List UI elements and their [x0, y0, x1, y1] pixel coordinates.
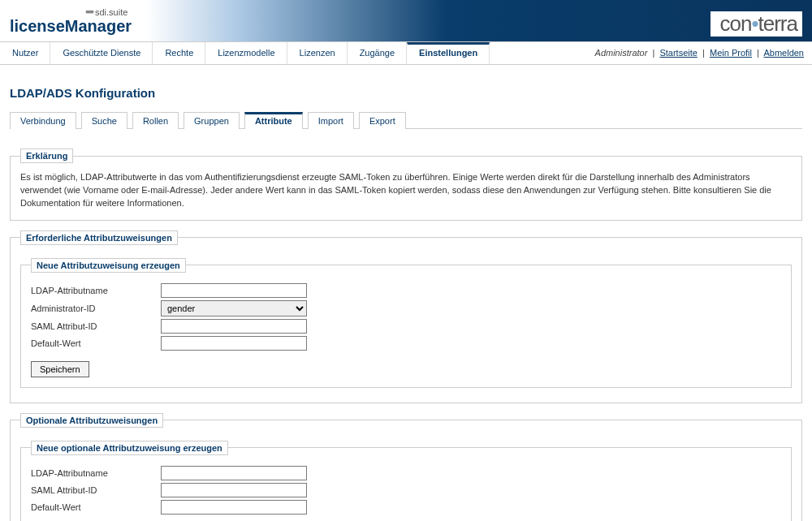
tab-label: Lizenzmodelle [218, 48, 274, 58]
label-ldap-opt: LDAP-Attributname [31, 468, 161, 478]
subtab-label: Gruppen [194, 116, 229, 126]
label-admin-id: Administrator-ID [31, 304, 161, 313]
input-ldap-attributname[interactable] [161, 283, 307, 298]
legend-optional-new: Neue optionale Attributzuweisung erzeuge… [31, 441, 228, 455]
fieldset-required-new: Neue Attributzuweisung erzeugen LDAP-Att… [20, 258, 792, 388]
label-ldap: LDAP-Attributname [31, 286, 161, 295]
row-ldap-opt: LDAP-Attributname [31, 466, 781, 480]
row-saml: SAML Attribut-ID [31, 319, 781, 334]
subtab-export[interactable]: Export [359, 112, 406, 129]
subtab-label: Suche [92, 116, 117, 126]
tab-label: Geschützte Dienste [63, 48, 140, 58]
save-button-required[interactable]: Speichern [31, 361, 89, 377]
legend-required: Erforderliche Attributzuweisungen [20, 230, 178, 245]
row-admin-id: Administrator-ID gender [31, 300, 781, 316]
legend-required-new: Neue Attributzuweisung erzeugen [31, 258, 186, 273]
tab-label: Einstellungen [419, 48, 477, 58]
input-ldap-attributname-opt[interactable] [161, 466, 307, 480]
subtab-suche[interactable]: Suche [81, 112, 127, 129]
subtab-import[interactable]: Import [308, 112, 354, 129]
subtab-label: Import [318, 116, 343, 126]
fieldset-optional-new: Neue optionale Attributzuweisung erzeuge… [20, 441, 792, 521]
tab-zugaenge[interactable]: Zugänge [348, 42, 407, 64]
tab-label: Zugänge [360, 48, 395, 58]
suite-label: ▪▪▪ sdi.suite [85, 5, 127, 18]
legend-explain: Erklärung [20, 149, 73, 163]
input-saml-attribut-id[interactable] [161, 319, 307, 334]
tab-label: Rechte [165, 48, 193, 58]
tab-rechte[interactable]: Rechte [153, 42, 205, 64]
user-area: Administrator | Startseite | Mein Profil… [587, 42, 812, 64]
subtab-verbindung[interactable]: Verbindung [10, 112, 76, 129]
input-default-wert-opt[interactable] [161, 500, 307, 515]
select-administrator-id[interactable]: gender [161, 300, 307, 316]
subtab-gruppen[interactable]: Gruppen [184, 112, 240, 129]
tab-dienste[interactable]: Geschützte Dienste [50, 42, 153, 64]
subtab-label: Attribute [255, 116, 292, 126]
input-default-wert[interactable] [161, 336, 307, 351]
row-saml-opt: SAML Attribut-ID [31, 483, 781, 497]
tab-label: Nutzer [12, 48, 38, 58]
nav-spacer [490, 42, 586, 64]
brand-logo: con•terra [710, 11, 803, 37]
fieldset-optional: Optionale Attributzuweisungen Neue optio… [10, 413, 802, 521]
label-saml-opt: SAML Attribut-ID [31, 485, 161, 495]
page-title: LDAP/ADS Konfiguration [10, 86, 812, 100]
suite-text: sdi.suite [95, 7, 127, 17]
link-startseite[interactable]: Startseite [659, 48, 697, 58]
tab-label: Lizenzen [300, 48, 335, 58]
subtab-rollen[interactable]: Rollen [132, 112, 179, 129]
subtab-label: Verbindung [20, 116, 66, 126]
link-abmelden[interactable]: Abmelden [763, 48, 804, 58]
fieldset-required: Erforderliche Attributzuweisungen Neue A… [10, 230, 802, 403]
tab-lizenzen[interactable]: Lizenzen [287, 42, 348, 64]
suite-dots-icon: ▪▪▪ [85, 5, 93, 18]
brand-part-a: con [720, 11, 752, 36]
input-saml-attribut-id-opt[interactable] [161, 483, 307, 497]
label-default: Default-Wert [31, 338, 161, 348]
subtab-label: Export [369, 116, 395, 126]
tab-nutzer[interactable]: Nutzer [0, 42, 50, 64]
legend-optional: Optionale Attributzuweisungen [20, 413, 163, 428]
tab-lizenzmodelle[interactable]: Lizenzmodelle [205, 42, 287, 64]
label-default-opt: Default-Wert [31, 502, 161, 512]
row-default: Default-Wert [31, 336, 781, 351]
main-nav: Nutzer Geschützte Dienste Rechte Lizenzm… [0, 42, 812, 65]
app-header: ▪▪▪ sdi.suite licenseManager con•terra [0, 0, 812, 42]
tab-einstellungen[interactable]: Einstellungen [407, 42, 490, 64]
app-title: licenseManager [10, 17, 132, 36]
current-user: Administrator [595, 48, 648, 58]
brand-part-b: terra [758, 11, 797, 36]
link-mein-profil[interactable]: Mein Profil [710, 48, 752, 58]
content-area: Erklärung Es ist möglich, LDAP-Attributw… [0, 129, 812, 521]
subtab-label: Rollen [143, 116, 168, 126]
brand-dot-icon: • [751, 11, 758, 36]
row-default-opt: Default-Wert [31, 500, 781, 515]
fieldset-explain: Erklärung Es ist möglich, LDAP-Attributw… [10, 149, 802, 221]
sub-nav: Verbindung Suche Rollen Gruppen Attribut… [10, 111, 802, 129]
explain-text: Es ist möglich, LDAP-Attributwerte in da… [20, 171, 792, 210]
label-saml: SAML Attribut-ID [31, 321, 161, 331]
subtab-attribute[interactable]: Attribute [244, 112, 303, 129]
row-ldap: LDAP-Attributname [31, 283, 781, 298]
